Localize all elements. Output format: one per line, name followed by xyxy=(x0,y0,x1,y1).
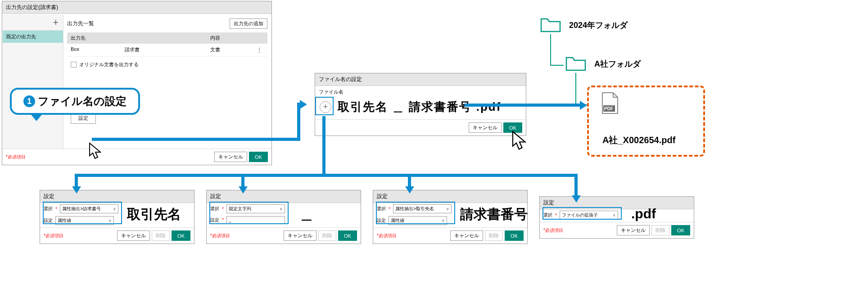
token-label: .pdf xyxy=(631,206,656,221)
token-label: 請求書番号 xyxy=(460,205,528,224)
select-dropdown[interactable]: ファイルの拡張子∨ xyxy=(560,211,618,220)
arrow-line xyxy=(92,138,299,141)
sidebar: + 既定の出力先 xyxy=(3,15,63,151)
fixed-text-input[interactable] xyxy=(226,216,285,224)
arrow-line xyxy=(465,104,581,107)
ok-button[interactable]: OK xyxy=(172,230,190,241)
arrow-line xyxy=(322,116,326,176)
list-title: 出力先一覧 xyxy=(67,20,94,27)
token-label: ＿ xyxy=(300,205,313,224)
cursor-icon xyxy=(88,142,104,160)
cell-content: 文書 xyxy=(210,46,255,54)
token-label: 取引先名 xyxy=(127,205,181,224)
output-filename: A社_X002654.pdf xyxy=(602,134,675,146)
cancel-button[interactable]: キャンセル xyxy=(469,122,502,133)
table-header: 出力先 内容 xyxy=(67,32,267,44)
checkbox-label: オリジナル文書を出力する xyxy=(79,61,139,68)
cancel-button[interactable]: キャンセル xyxy=(284,230,316,241)
panel-title: 設定 xyxy=(40,190,194,203)
folder-label-1: 2024年フォルダ xyxy=(569,20,628,31)
panel-title: 出力先の設定(請求書) xyxy=(2,1,271,14)
delete-button[interactable]: 削除 xyxy=(651,225,669,235)
add-destination-button[interactable]: 出力先の追加 xyxy=(230,18,267,29)
ok-button[interactable]: OK xyxy=(671,225,690,235)
pdf-file-icon: PDF xyxy=(601,92,619,115)
col-destination: 出力先 xyxy=(71,35,125,41)
panel-footer: *必須項目 キャンセル OK xyxy=(2,149,271,165)
cursor-icon xyxy=(511,131,529,151)
sidebar-item-default[interactable]: 既定の出力先 xyxy=(3,31,63,43)
cell-name: 請求書 xyxy=(125,46,210,54)
folder-label-2: A社フォルダ xyxy=(594,59,641,69)
add-token-button[interactable]: + xyxy=(320,101,331,113)
arrow-line xyxy=(75,174,577,177)
cancel-button[interactable]: キャンセル xyxy=(117,230,150,241)
ok-button[interactable]: OK xyxy=(338,230,357,241)
select-dropdown[interactable]: 固定文字列∨ xyxy=(226,204,285,213)
setting-dropdown[interactable]: 属性値∨ xyxy=(55,216,114,225)
panel-title: 設定 xyxy=(540,197,694,209)
folder-icon xyxy=(565,55,587,72)
select-dropdown[interactable]: 属性抽出>取引先名∨ xyxy=(393,204,452,213)
section-label: ファイル名 xyxy=(315,86,526,98)
setting-dropdown[interactable]: 属性値∨ xyxy=(389,216,447,225)
ok-button[interactable]: OK xyxy=(249,152,268,162)
output-original-checkbox[interactable] xyxy=(71,62,77,68)
callout-text: ファイル名の設定 xyxy=(38,94,127,108)
more-icon[interactable]: ⋮ xyxy=(255,46,264,54)
select-dropdown[interactable]: 属性抽出>請求書号∨ xyxy=(60,204,118,213)
panel-title: 設定 xyxy=(373,190,527,203)
add-icon[interactable]: + xyxy=(53,17,59,28)
delete-button[interactable]: 削除 xyxy=(485,230,503,241)
table-row[interactable]: Box 請求書 文書 ⋮ xyxy=(67,44,267,57)
delete-button[interactable]: 削除 xyxy=(152,230,170,241)
filename-expression: 取引先名 ＿ 請求書番号 .pdf xyxy=(338,99,501,115)
token-panel-2: 設定 選択* 固定文字列∨ 設定* *必須項目 キャンセル 削除 OK xyxy=(206,190,361,244)
panel-title: ファイル名の設定 xyxy=(315,73,526,86)
required-label: *必須項目 xyxy=(6,154,26,160)
col-content: 内容 xyxy=(210,35,264,41)
cancel-button[interactable]: キャンセル xyxy=(450,230,483,241)
cancel-button[interactable]: キャンセル xyxy=(214,152,247,162)
folder-icon xyxy=(540,16,562,33)
delete-button[interactable]: 削除 xyxy=(318,230,336,241)
callout-number: 1 xyxy=(23,95,35,107)
callout-filename-settings: 1 ファイル名の設定 xyxy=(10,88,140,115)
panel-title: 設定 xyxy=(207,190,361,203)
token-panel-4: 設定 選択* ファイルの拡張子∨ *必須項目 キャンセル 削除 OK xyxy=(539,196,694,239)
svg-text:PDF: PDF xyxy=(604,106,613,111)
cell-dest: Box xyxy=(71,46,125,54)
cancel-button[interactable]: キャンセル xyxy=(617,225,650,235)
ok-button[interactable]: OK xyxy=(505,230,524,241)
